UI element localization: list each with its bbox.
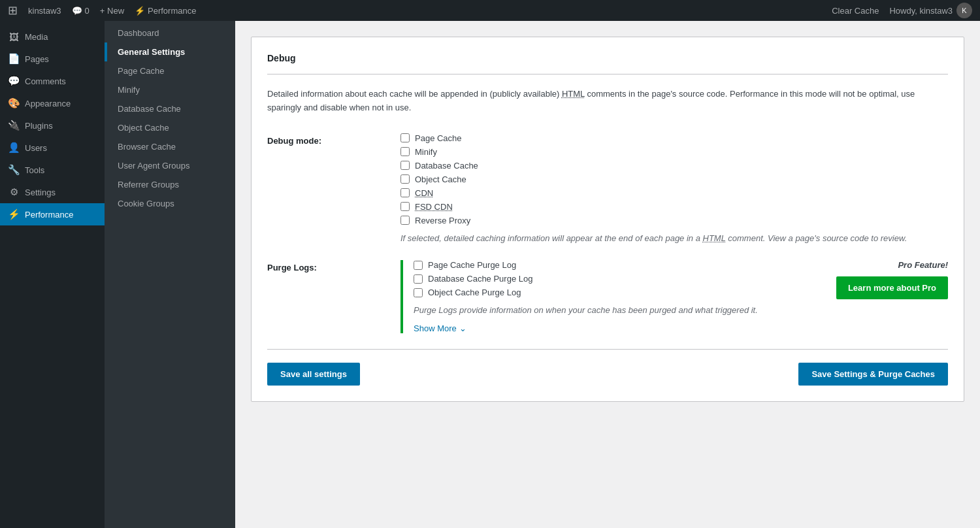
debug-option-fsd-cdn[interactable]: FSD CDN bbox=[400, 202, 948, 212]
show-more-label: Show More bbox=[414, 323, 457, 333]
clear-cache-btn[interactable]: Clear Cache bbox=[832, 6, 879, 16]
purge-option-page-cache[interactable]: Page Cache Purge Log bbox=[414, 260, 802, 270]
howdy-text: Howdy, kinstaw3 bbox=[889, 6, 953, 16]
comments-icon: 💬 bbox=[8, 75, 20, 87]
sub-menu: Dashboard General Settings Page Cache Mi… bbox=[105, 21, 235, 528]
chevron-down-icon: ⌄ bbox=[459, 323, 466, 333]
debug-checkbox-database-cache[interactable] bbox=[400, 161, 410, 170]
debug-checkbox-minify[interactable] bbox=[400, 147, 410, 156]
purge-option-database-cache[interactable]: Database Cache Purge Log bbox=[414, 274, 802, 284]
site-name[interactable]: kinstaw3 bbox=[28, 6, 61, 16]
plugins-icon: 🔌 bbox=[8, 120, 20, 131]
purge-label-object-cache: Object Cache Purge Log bbox=[428, 288, 521, 297]
avatar[interactable]: K bbox=[956, 3, 972, 18]
debug-option-database-cache[interactable]: Database Cache bbox=[400, 161, 948, 171]
submenu-item-cookie-groups[interactable]: Cookie Groups bbox=[105, 194, 235, 213]
pages-icon: 📄 bbox=[8, 53, 20, 65]
appearance-icon: 🎨 bbox=[8, 97, 20, 109]
debug-checkbox-fsd-cdn[interactable] bbox=[400, 202, 410, 211]
submenu-item-dashboard[interactable]: Dashboard bbox=[105, 24, 235, 42]
debug-label-database-cache: Database Cache bbox=[415, 161, 478, 171]
pro-feature-container: Pro Feature! Learn more about Pro bbox=[817, 260, 948, 299]
debug-checkbox-object-cache[interactable] bbox=[400, 174, 410, 184]
debug-label-reverse-proxy: Reverse Proxy bbox=[415, 216, 470, 225]
sidebar-item-tools[interactable]: 🔧 Tools bbox=[0, 159, 105, 181]
submenu-item-user-agent-groups[interactable]: User Agent Groups bbox=[105, 156, 235, 175]
submenu-item-page-cache[interactable]: Page Cache bbox=[105, 61, 235, 80]
debug-label-cdn: CDN bbox=[415, 188, 433, 198]
sidebar-item-users[interactable]: 👤 Users bbox=[0, 137, 105, 159]
debug-checkbox-reverse-proxy[interactable] bbox=[400, 216, 410, 225]
debug-section-title: Debug bbox=[267, 53, 948, 74]
debug-option-cdn[interactable]: CDN bbox=[400, 188, 948, 198]
performance-icon: ⚡ bbox=[8, 208, 20, 220]
purge-label-page-cache: Page Cache Purge Log bbox=[428, 260, 516, 270]
debug-label-fsd-cdn: FSD CDN bbox=[415, 202, 453, 212]
main-content: Debug Detailed information about each ca… bbox=[235, 21, 980, 528]
sidebar-item-comments[interactable]: 💬 Comments bbox=[0, 70, 105, 92]
sidebar-label-plugins: Plugins bbox=[25, 121, 53, 131]
form-footer: Save all settings Save Settings & Purge … bbox=[267, 349, 948, 386]
submenu-item-object-cache[interactable]: Object Cache bbox=[105, 118, 235, 137]
sidebar-label-comments: Comments bbox=[25, 76, 66, 86]
purge-checkbox-page-cache[interactable] bbox=[414, 261, 423, 270]
new-btn[interactable]: + New bbox=[100, 6, 124, 16]
media-icon: 🖼 bbox=[8, 31, 20, 42]
save-purge-button[interactable]: Save Settings & Purge Caches bbox=[798, 363, 948, 386]
debug-option-reverse-proxy[interactable]: Reverse Proxy bbox=[400, 216, 948, 225]
sidebar-label-pages: Pages bbox=[25, 54, 49, 64]
debug-hint: If selected, detailed caching informatio… bbox=[400, 232, 948, 245]
debug-checkbox-cdn[interactable] bbox=[400, 188, 410, 197]
purge-label-database-cache: Database Cache Purge Log bbox=[428, 274, 532, 284]
debug-option-page-cache[interactable]: Page Cache bbox=[400, 133, 948, 143]
purge-logs-hint: Purge Logs provide information on when y… bbox=[414, 304, 802, 317]
sidebar-label-settings: Settings bbox=[25, 188, 56, 197]
submenu-item-general-settings[interactable]: General Settings bbox=[105, 42, 235, 61]
debug-label-object-cache: Object Cache bbox=[415, 174, 466, 184]
debug-option-object-cache[interactable]: Object Cache bbox=[400, 174, 948, 184]
sidebar-item-performance[interactable]: ⚡ Performance bbox=[0, 203, 105, 225]
sidebar-label-media: Media bbox=[25, 32, 48, 42]
sidebar: 🖼 Media 📄 Pages 💬 Comments 🎨 Appearance … bbox=[0, 21, 105, 528]
sidebar-label-tools: Tools bbox=[25, 165, 44, 175]
submenu-item-referrer-groups[interactable]: Referrer Groups bbox=[105, 175, 235, 194]
show-more-link[interactable]: Show More ⌄ bbox=[414, 323, 802, 333]
sidebar-label-users: Users bbox=[25, 143, 47, 153]
debug-checkbox-page-cache[interactable] bbox=[400, 133, 410, 142]
debug-description: Detailed information about each cache wi… bbox=[267, 88, 948, 115]
tools-icon: 🔧 bbox=[8, 164, 20, 176]
learn-more-btn[interactable]: Learn more about Pro bbox=[836, 276, 948, 299]
save-all-button[interactable]: Save all settings bbox=[267, 363, 360, 386]
purge-checkbox-database-cache[interactable] bbox=[414, 274, 423, 284]
comments-count: 0 bbox=[85, 6, 90, 16]
debug-option-minify[interactable]: Minify bbox=[400, 147, 948, 157]
perf-label: Performance bbox=[148, 6, 196, 16]
sidebar-label-appearance: Appearance bbox=[25, 99, 71, 108]
comment-icon: 💬 bbox=[72, 6, 82, 16]
purge-option-object-cache[interactable]: Object Cache Purge Log bbox=[414, 288, 802, 297]
debug-label-minify: Minify bbox=[415, 147, 437, 157]
sidebar-label-performance: Performance bbox=[25, 210, 73, 220]
sidebar-item-media[interactable]: 🖼 Media bbox=[0, 26, 105, 48]
admin-bar: ⊞ kinstaw3 💬 0 + New ⚡ Performance Clear… bbox=[0, 0, 980, 21]
performance-nav-btn[interactable]: ⚡ Performance bbox=[135, 6, 196, 16]
submenu-item-browser-cache[interactable]: Browser Cache bbox=[105, 137, 235, 156]
debug-card: Debug Detailed information about each ca… bbox=[251, 37, 964, 402]
sidebar-item-pages[interactable]: 📄 Pages bbox=[0, 48, 105, 70]
purge-logs-container: Page Cache Purge Log Database Cache Purg… bbox=[400, 260, 802, 333]
sidebar-item-plugins[interactable]: 🔌 Plugins bbox=[0, 114, 105, 137]
sidebar-item-settings[interactable]: ⚙ Settings bbox=[0, 181, 105, 203]
submenu-item-database-cache[interactable]: Database Cache bbox=[105, 99, 235, 118]
comments-btn[interactable]: 💬 0 bbox=[72, 6, 90, 16]
users-icon: 👤 bbox=[8, 142, 20, 154]
purge-checkbox-object-cache[interactable] bbox=[414, 288, 423, 297]
debug-mode-label: Debug mode: bbox=[267, 133, 385, 146]
wp-logo-icon: ⊞ bbox=[8, 3, 18, 18]
purge-logs-row: Purge Logs: Page Cache Purge Log Databas… bbox=[267, 260, 948, 333]
debug-label-page-cache: Page Cache bbox=[415, 133, 462, 143]
perf-icon: ⚡ bbox=[135, 6, 145, 16]
submenu-item-minify[interactable]: Minify bbox=[105, 80, 235, 99]
sidebar-item-appearance[interactable]: 🎨 Appearance bbox=[0, 92, 105, 114]
debug-mode-row: Debug mode: Page Cache Minify Database C… bbox=[267, 133, 948, 245]
pro-feature-label: Pro Feature! bbox=[898, 260, 948, 270]
